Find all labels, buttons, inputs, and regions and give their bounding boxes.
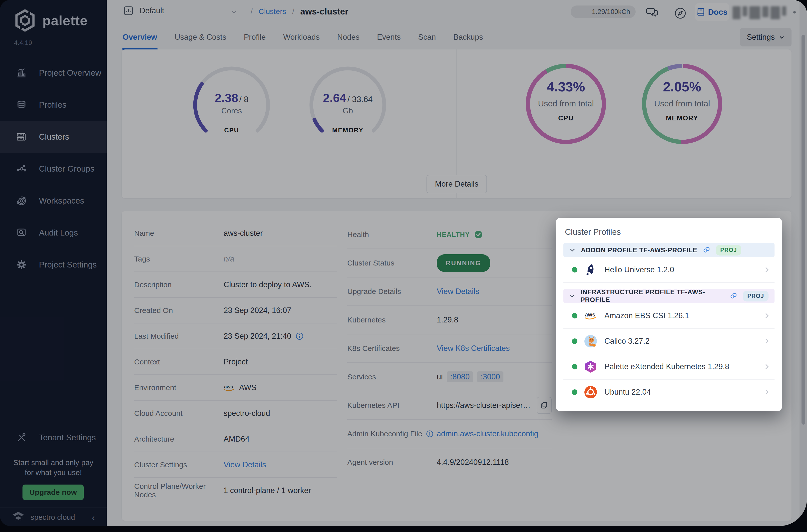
- chevron-down-icon: [569, 247, 576, 253]
- profile-pack-row[interactable]: Ubuntu 22.04: [563, 380, 774, 405]
- profile-pack-row[interactable]: Calico 3.27.2: [563, 329, 774, 354]
- chevron-right-icon[interactable]: [764, 312, 770, 319]
- pack-status-dot: [572, 267, 577, 272]
- calico-icon: [584, 335, 597, 348]
- app-window: palette 4.4.19 Project Overview Profiles: [0, 0, 807, 532]
- link-icon: [703, 246, 710, 254]
- aws-icon: aws: [584, 309, 597, 322]
- panel-title: Cluster Profiles: [565, 227, 774, 237]
- infrastructure-profile-header[interactable]: INFRASTRUCTURE PROFILE TF-AWS-PROFILE PR…: [563, 289, 774, 303]
- pack-status-dot: [572, 313, 577, 319]
- link-icon: [730, 292, 737, 300]
- addon-profile-header[interactable]: ADDON PROFILE TF-AWS-PROFILE PROJ: [563, 243, 774, 257]
- svg-text:aws: aws: [585, 311, 595, 318]
- cluster-profiles-panel: Cluster Profiles ADDON PROFILE TF-AWS-PR…: [556, 218, 782, 411]
- hello-universe-icon: [584, 263, 597, 277]
- pack-status-dot: [572, 390, 577, 395]
- chevron-right-icon[interactable]: [764, 363, 770, 370]
- pack-status-dot: [572, 338, 577, 344]
- pxk-icon: [584, 360, 597, 374]
- scope-badge: PROJ: [743, 291, 769, 302]
- profile-pack-row[interactable]: Hello Universe 1.2.0: [563, 257, 774, 283]
- chevron-down-icon: [569, 293, 575, 299]
- profile-pack-row[interactable]: aws Amazon EBS CSI 1.26.1: [563, 303, 774, 329]
- chevron-right-icon[interactable]: [764, 266, 770, 273]
- pack-status-dot: [572, 364, 577, 369]
- chevron-right-icon[interactable]: [764, 338, 770, 344]
- scope-badge: PROJ: [716, 245, 742, 255]
- ubuntu-icon: [584, 385, 597, 399]
- chevron-right-icon[interactable]: [764, 389, 770, 395]
- profile-pack-row[interactable]: Palette eXtended Kubernetes 1.29.8: [563, 354, 774, 380]
